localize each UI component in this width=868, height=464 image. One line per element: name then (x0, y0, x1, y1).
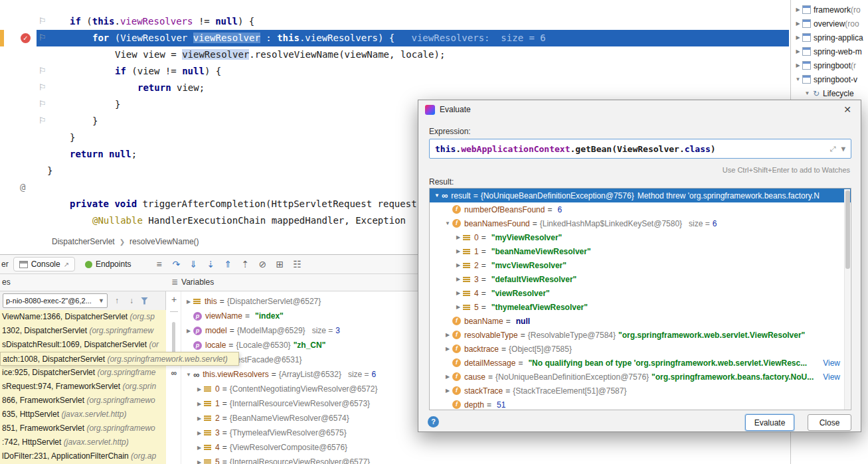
stack-frame-row[interactable]: 851, FrameworkServlet (org.springframewo (0, 422, 166, 435)
stack-frame-row[interactable]: :742, HttpServlet (javax.servlet.http) (0, 435, 166, 449)
chevron-right-icon[interactable]: ▶ (195, 459, 204, 464)
close-icon[interactable]: ✕ (841, 104, 854, 115)
history-chevron-down-icon[interactable]: ▼ (841, 145, 845, 153)
tree-row[interactable]: ▶fresolvableType={ResolvableType@7584}"o… (430, 328, 851, 342)
view-breakpoints-grid-icon[interactable]: ⊞ (271, 259, 288, 270)
project-tree-item[interactable]: ▶spring-web-m (791, 44, 868, 58)
dialog-titlebar[interactable]: Evaluate ✕ (418, 100, 861, 119)
chevron-right-icon[interactable]: ▶ (794, 62, 802, 68)
project-tree-item[interactable]: ▶framework (ro (791, 3, 868, 17)
bookmark-flag-icon[interactable]: ⚐ (39, 83, 46, 92)
layout-settings-icon[interactable]: ☷ (288, 259, 305, 270)
result-row-selected[interactable]: ▼∞result={NoUniqueBeanDefinitionExceptio… (430, 189, 851, 202)
chevron-right-icon[interactable]: ▶ (184, 299, 193, 305)
tab-endpoints[interactable]: Endpoints (80, 258, 136, 271)
tree-row[interactable]: ▶1="beanNameViewResolver" (430, 244, 851, 258)
bookmark-flag-icon[interactable]: ⚐ (39, 116, 46, 125)
chevron-down-icon[interactable]: ▼ (803, 90, 812, 96)
tree-row[interactable]: ▶3="defaultViewResolver" (430, 272, 851, 286)
frames-tab-clipped[interactable]: es (2, 277, 11, 287)
tree-row[interactable]: ▼fbeanNamesFound={LinkedHashMap$LinkedKe… (430, 216, 851, 230)
chevron-down-icon[interactable]: ▼ (432, 193, 442, 198)
stack-frame-row[interactable]: ice:925, DispatcherServlet (org.springfr… (0, 366, 166, 380)
chevron-right-icon[interactable]: ▶ (195, 416, 204, 422)
mute-breakpoints-icon[interactable]: ⊘ (254, 259, 271, 270)
bookmark-flag-icon[interactable]: ⚐ (39, 66, 46, 76)
evaluate-button[interactable]: Evaluate (745, 414, 794, 431)
tree-row[interactable]: ▶fbacktrace={Object[5]@7585} (430, 342, 851, 356)
chevron-down-icon[interactable]: ▼ (443, 220, 452, 226)
chevron-right-icon[interactable]: ▶ (443, 332, 452, 338)
stack-frame-row[interactable]: ViewName:1366, DispatcherServlet (org.sp (0, 310, 166, 324)
bookmark-flag-icon[interactable]: ⚐ (39, 17, 46, 26)
project-tree-item[interactable]: ▶springboot (r (791, 58, 868, 72)
debugger-tab-clipped[interactable]: er (1, 260, 9, 269)
project-tree-item[interactable]: ▶spring-applica (791, 31, 868, 44)
project-tree-item[interactable]: ▼springboot-v (791, 72, 868, 86)
chevron-right-icon[interactable]: ▶ (454, 276, 463, 282)
chevron-right-icon[interactable]: ▶ (454, 290, 463, 296)
settings-menu-icon[interactable]: ≡ (150, 259, 167, 270)
drop-frame-icon[interactable]: ⇡ (236, 259, 254, 270)
frame-up-icon[interactable]: ↑ (112, 296, 122, 305)
tree-row[interactable]: fdetailMessage="No qualifying bean of ty… (430, 356, 851, 370)
add-watch-icon[interactable]: + (169, 294, 179, 305)
expand-editor-icon[interactable]: ⤢ (830, 145, 836, 153)
chevron-right-icon[interactable]: ▶ (454, 262, 463, 268)
code-line[interactable]: View view = viewResolver.resolveViewName… (37, 46, 789, 63)
stack-frame-row[interactable]: 635, HttpServlet (javax.servlet.http) (0, 408, 166, 422)
tree-row[interactable]: fbeanName=null (430, 314, 851, 328)
chevron-right-icon[interactable]: ▶ (195, 401, 204, 407)
force-step-into-icon[interactable]: ⇣ (202, 259, 219, 270)
scrollbar-thumb[interactable] (845, 191, 850, 269)
breadcrumb-method[interactable]: resolveViewName() (130, 237, 199, 246)
stack-frame-row[interactable]: 1302, DispatcherServlet (org.springframe… (0, 324, 166, 338)
breakpoint-hit-icon[interactable]: ✓ (21, 33, 31, 43)
chevron-right-icon[interactable]: ▶ (794, 35, 802, 40)
project-tree-item[interactable]: ▶overview (roo (791, 17, 868, 31)
step-over-icon[interactable]: ↷ (167, 259, 185, 270)
chevron-right-icon[interactable]: ▶ (184, 328, 193, 334)
chevron-right-icon[interactable]: ▶ (454, 304, 463, 310)
stack-frame-row[interactable]: lDoFilter:231, ApplicationFilterChain (o… (0, 449, 166, 463)
chevron-right-icon[interactable]: ▶ (454, 234, 463, 240)
code-line[interactable]: return view; (37, 80, 789, 96)
chevron-right-icon[interactable]: ▶ (443, 346, 452, 352)
stack-frame-row[interactable]: sRequest:974, FrameworkServlet (org.spri… (0, 380, 166, 394)
help-icon[interactable]: ? (428, 416, 439, 427)
result-scrollbar[interactable] (844, 189, 850, 410)
chevron-down-icon[interactable]: ▼ (794, 76, 802, 82)
stack-frame-row[interactable]: sDispatchResult:1069, DispatcherServlet … (0, 338, 166, 352)
execution-line[interactable]: for (ViewResolver viewResolver : this.vi… (37, 30, 789, 46)
chevron-down-icon[interactable]: ▼ (184, 372, 193, 378)
hide-frames-filter-icon[interactable] (141, 297, 148, 305)
thread-dropdown[interactable]: p-nio-8080-exec-2"@6,2... ▼ (3, 293, 108, 308)
project-tree-item[interactable]: ▼↻Lifecycle (791, 86, 868, 100)
tree-row[interactable]: fnumberOfBeansFound=6 (430, 202, 851, 216)
stack-frame-row[interactable]: atch:1008, DispatcherServlet (org.spring… (0, 352, 239, 366)
code-line[interactable]: if (this.viewResolvers != null) { (37, 13, 789, 30)
tab-console[interactable]: Console ↗ (13, 257, 75, 271)
chevron-right-icon[interactable]: ▶ (195, 386, 204, 392)
tree-row[interactable]: ▶fstackTrace={StackTraceElement[51]@7587… (430, 384, 851, 398)
tree-row[interactable]: ▶5={InternalResourceViewResolver@6577} (181, 455, 790, 464)
expression-input[interactable]: this.webApplicationContext.getBean(ViewR… (429, 139, 851, 159)
step-into-icon[interactable]: ⇓ (185, 259, 202, 270)
tree-row[interactable]: ▶fcause={NoUniqueBeanDefinitionException… (430, 370, 851, 384)
bookmark-flag-icon[interactable]: ⚐ (39, 100, 46, 109)
frame-down-icon[interactable]: ↓ (126, 296, 137, 305)
breadcrumb-class[interactable]: DispatcherServlet (52, 237, 115, 246)
tree-row[interactable]: ▶5="thymeleafViewResolver" (430, 300, 851, 314)
chevron-right-icon[interactable]: ▶ (443, 388, 452, 394)
code-line[interactable]: if (view != null) { (37, 63, 789, 80)
close-button[interactable]: Close (808, 414, 851, 431)
step-out-icon[interactable]: ⇑ (219, 259, 236, 270)
bookmark-flag-icon[interactable]: ⚐ (39, 33, 46, 42)
tree-row[interactable]: ▶2="mvcViewResolver" (430, 258, 851, 272)
chevron-right-icon[interactable]: ▶ (794, 7, 802, 13)
stack-frame-row[interactable]: 866, FrameworkServlet (org.springframewo (0, 394, 166, 408)
chevron-right-icon[interactable]: ▶ (454, 248, 463, 254)
chevron-right-icon[interactable]: ▶ (794, 48, 802, 54)
chevron-right-icon[interactable]: ▶ (443, 374, 452, 380)
tree-row[interactable]: fdepth=51 (430, 398, 851, 410)
